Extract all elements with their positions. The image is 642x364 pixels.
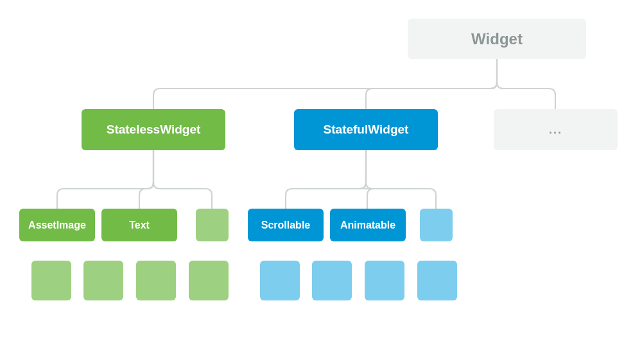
stateful-widget-label: StatefulWidget	[324, 123, 409, 137]
scrollable-node: Scrollable	[248, 209, 324, 241]
stateful-square-4	[417, 261, 457, 300]
more-widgets-label: ...	[549, 123, 562, 137]
stateful-placeholder-node	[420, 209, 453, 241]
stateless-square-1	[31, 261, 71, 300]
stateless-widget-label: StatelessWidget	[107, 123, 201, 137]
stateless-square-2	[83, 261, 123, 300]
stateless-widget-node: StatelessWidget	[82, 109, 225, 150]
stateful-widget-node: StatefulWidget	[294, 109, 438, 150]
text-node: Text	[101, 209, 177, 241]
stateless-square-4	[189, 261, 229, 300]
more-widgets-node: ...	[494, 109, 618, 150]
asset-image-node: AssetImage	[19, 209, 95, 241]
widget-root-label: Widget	[471, 30, 523, 48]
scrollable-label: Scrollable	[261, 220, 310, 231]
stateful-square-2	[312, 261, 352, 300]
stateful-square-3	[365, 261, 404, 300]
animatable-label: Animatable	[340, 220, 395, 231]
text-label: Text	[129, 220, 150, 231]
stateless-square-3	[136, 261, 176, 300]
animatable-node: Animatable	[330, 209, 406, 241]
widget-root-node: Widget	[408, 19, 586, 59]
stateful-square-1	[260, 261, 300, 300]
asset-image-label: AssetImage	[28, 220, 86, 231]
stateless-placeholder-node	[196, 209, 229, 241]
